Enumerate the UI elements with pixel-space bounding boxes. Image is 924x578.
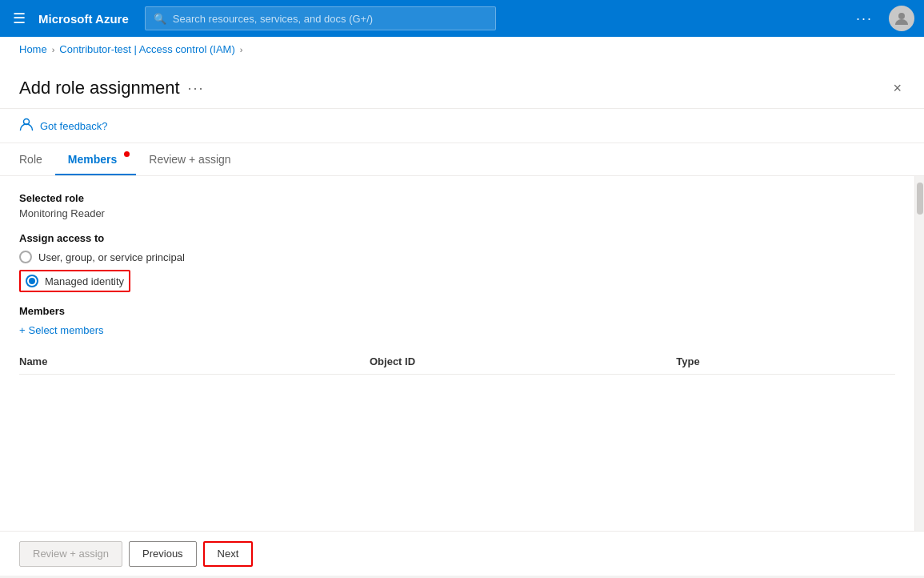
radio-managed-identity-label: Managed identity <box>45 275 124 287</box>
members-header: Members <box>19 305 895 317</box>
avatar[interactable] <box>889 6 914 31</box>
radio-user-group[interactable]: User, group, or service principal <box>19 251 895 263</box>
topbar-more-icon[interactable]: ··· <box>850 7 879 30</box>
search-input[interactable] <box>173 13 488 25</box>
col-name: Name <box>19 349 370 375</box>
scrollbar-thumb[interactable] <box>917 183 923 215</box>
search-bar[interactable]: 🔍 <box>145 6 497 30</box>
topbar: ☰ Microsoft Azure 🔍 ··· <box>0 0 924 37</box>
content-area: Selected role Monitoring Reader Assign a… <box>0 176 924 543</box>
select-members-prefix: + <box>19 324 26 336</box>
breadcrumb: Home › Contributor-test | Access control… <box>0 37 924 62</box>
breadcrumb-home[interactable]: Home <box>19 43 47 55</box>
col-object-id: Object ID <box>370 349 676 375</box>
selected-role-label: Selected role <box>19 192 895 204</box>
members-table: Name Object ID Type <box>19 349 895 375</box>
radio-managed-identity-input[interactable] <box>26 275 38 287</box>
breadcrumb-iam[interactable]: Contributor-test | Access control (IAM) <box>59 43 234 55</box>
radio-managed-identity[interactable]: Managed identity <box>19 270 895 292</box>
bottom-bar: Review + assign Previous Next <box>0 531 924 576</box>
select-members-text[interactable]: Select members <box>29 324 104 336</box>
radio-user-group-input[interactable] <box>19 251 32 263</box>
scrollbar-track[interactable] <box>914 176 924 543</box>
tab-members[interactable]: Members <box>55 143 136 175</box>
hamburger-icon[interactable]: ☰ <box>10 6 29 30</box>
radio-group: User, group, or service principal Manage… <box>19 251 895 292</box>
review-assign-button[interactable]: Review + assign <box>19 541 122 567</box>
feedback-bar: Got feedback? <box>0 109 924 143</box>
panel-header: Add role assignment ··· × <box>0 62 924 109</box>
search-icon: 🔍 <box>154 13 166 25</box>
breadcrumb-sep-2: › <box>240 45 243 54</box>
tab-role[interactable]: Role <box>19 143 55 175</box>
breadcrumb-sep-1: › <box>52 45 55 54</box>
panel-title: Add role assignment <box>19 78 180 98</box>
brand-name: Microsoft Azure <box>38 12 129 26</box>
tab-review-assign[interactable]: Review + assign <box>136 143 243 175</box>
radio-user-group-label: User, group, or service principal <box>38 251 185 263</box>
content-scroll: Selected role Monitoring Reader Assign a… <box>0 176 914 543</box>
next-button[interactable]: Next <box>203 541 254 567</box>
select-members-button[interactable]: + Select members <box>19 324 104 336</box>
previous-button[interactable]: Previous <box>129 541 197 567</box>
panel-body: Selected role Monitoring Reader Assign a… <box>0 176 914 391</box>
tabs: Role Members Review + assign <box>0 143 924 176</box>
assign-access-label: Assign access to <box>19 232 895 244</box>
selected-role-value: Monitoring Reader <box>19 207 895 219</box>
main-panel: Add role assignment ··· × Got feedback? … <box>0 62 924 576</box>
col-type: Type <box>676 349 895 375</box>
panel-more-options[interactable]: ··· <box>188 80 205 97</box>
radio-managed-identity-highlight: Managed identity <box>19 270 130 292</box>
tab-members-dot <box>124 151 130 157</box>
svg-point-0 <box>898 13 905 19</box>
close-icon[interactable]: × <box>890 78 905 98</box>
feedback-icon <box>19 117 34 134</box>
feedback-label[interactable]: Got feedback? <box>40 120 108 132</box>
